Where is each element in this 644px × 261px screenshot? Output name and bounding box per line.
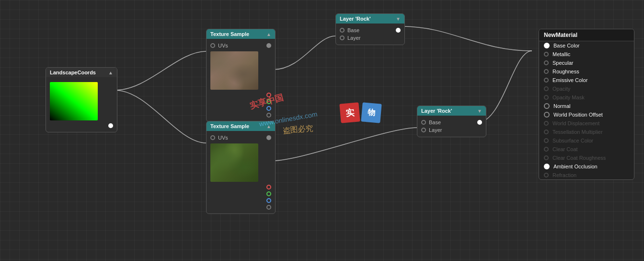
- texture-sample-2-output-pin[interactable]: [266, 135, 271, 140]
- material-wpo-pin[interactable]: [544, 112, 550, 118]
- material-wd-label: World Displacement: [552, 120, 599, 126]
- layer-rock-1-body: Base Layer: [336, 24, 404, 45]
- material-base-color-pin[interactable]: [544, 43, 550, 48]
- material-pin-ambient-occlusion[interactable]: Ambient Occlusion: [539, 162, 634, 171]
- texture-sample-2-title: Texture Sample: [210, 123, 249, 129]
- landscape-coords-header: LandscapeCoords ▲: [46, 68, 117, 77]
- layer-rock-1-layer-pin[interactable]: [340, 36, 345, 40]
- material-tess-label: Tessellation Multiplier: [552, 129, 603, 135]
- layer-rock-2-expand-icon[interactable]: ▼: [477, 108, 482, 114]
- layer-rock-1-expand-icon[interactable]: ▼: [396, 16, 401, 22]
- layer-rock-2-output-pin[interactable]: [477, 120, 482, 125]
- material-opacity-mask-label: Opacity Mask: [552, 95, 585, 100]
- material-panel-body: Base Color Metallic Specular Roughness E…: [539, 41, 634, 179]
- material-subsurface-pin: [544, 138, 549, 143]
- landscape-coords-expand-icon[interactable]: ▲: [108, 70, 113, 75]
- texture-sample-1-output-pin[interactable]: [266, 43, 271, 48]
- landscape-coords-output-row: [46, 122, 117, 129]
- layer-rock-1-header: Layer 'Rock' ▼: [336, 14, 404, 24]
- texture-sample-2-r-pin[interactable]: [266, 185, 271, 190]
- material-tess-pin: [544, 130, 549, 134]
- texture-sample-1-b-row: [207, 105, 275, 112]
- texture-sample-2-a-pin[interactable]: [266, 205, 271, 210]
- texture-sample-2-expand-icon[interactable]: ▲: [266, 124, 271, 129]
- material-normal-pin[interactable]: [544, 103, 550, 109]
- landscape-coords-output-pin[interactable]: [108, 123, 113, 128]
- texture-sample-1-node[interactable]: Texture Sample ▲ UVs: [206, 29, 276, 122]
- material-refraction-pin: [544, 173, 549, 178]
- material-specular-pin[interactable]: [544, 60, 549, 65]
- material-pin-world-displacement: World Displacement: [539, 119, 634, 128]
- texture-sample-1-expand-icon[interactable]: ▲: [266, 32, 271, 37]
- texture-sample-1-a-pin[interactable]: [266, 113, 271, 118]
- landscape-coords-body: [46, 77, 117, 132]
- material-emissive-pin[interactable]: [544, 78, 549, 83]
- landscape-coords-node[interactable]: LandscapeCoords ▲: [46, 67, 117, 132]
- material-pin-clear-coat-roughness: Clear Coat Roughness: [539, 154, 634, 162]
- material-opacity-pin: [544, 86, 549, 91]
- material-specular-label: Specular: [552, 60, 573, 66]
- material-roughness-pin[interactable]: [544, 69, 549, 74]
- texture-sample-2-r-row: [207, 184, 275, 190]
- material-pin-opacity: Opacity: [539, 84, 634, 93]
- texture-sample-2-node[interactable]: Texture Sample ▲ UVs: [206, 121, 276, 214]
- material-pin-specular[interactable]: Specular: [539, 59, 634, 67]
- material-metallic-label: Metallic: [552, 51, 570, 57]
- texture-sample-2-body: UVs: [207, 131, 275, 214]
- layer-rock-1-base-label: Base: [347, 27, 359, 33]
- texture-sample-1-g-row: [207, 98, 275, 105]
- layer-rock-2-node[interactable]: Layer 'Rock' ▼ Base Layer: [417, 106, 486, 137]
- landscape-coords-title: LandscapeCoords: [50, 70, 96, 75]
- texture-sample-1-r-row: [207, 92, 275, 98]
- material-opacity-mask-pin: [544, 95, 549, 100]
- material-wd-pin: [544, 121, 549, 126]
- texture-sample-2-b-row: [207, 197, 275, 204]
- material-emissive-label: Emissive Color: [552, 77, 587, 83]
- texture-sample-2-uvs-label: UVs: [218, 135, 228, 141]
- material-base-color-label: Base Color: [553, 43, 579, 48]
- material-pin-metallic[interactable]: Metallic: [539, 50, 634, 59]
- texture-sample-2-header: Texture Sample ▲: [207, 121, 275, 131]
- layer-rock-2-title: Layer 'Rock': [421, 108, 452, 114]
- material-clearcoat-label: Clear Coat: [552, 146, 578, 152]
- material-roughness-label: Roughness: [552, 69, 579, 74]
- material-ao-pin[interactable]: [544, 164, 550, 169]
- layer-rock-2-base-label: Base: [429, 119, 441, 125]
- layer-rock-1-title: Layer 'Rock': [340, 16, 371, 22]
- texture-sample-1-r-pin[interactable]: [266, 93, 271, 97]
- material-pin-refraction: Refraction: [539, 171, 634, 179]
- layer-rock-1-output-pin[interactable]: [396, 28, 401, 33]
- texture-sample-1-title: Texture Sample: [210, 31, 249, 37]
- layer-rock-1-node[interactable]: Layer 'Rock' ▼ Base Layer: [335, 13, 405, 45]
- texture-sample-1-header: Texture Sample ▲: [207, 29, 275, 39]
- layer-rock-1-layer-label: Layer: [347, 35, 361, 41]
- texture-sample-2-g-pin[interactable]: [266, 191, 271, 196]
- layer-rock-1-base-pin[interactable]: [340, 28, 345, 33]
- layer-rock-1-base-row: Base: [336, 26, 404, 34]
- material-pin-world-position-offset[interactable]: World Position Offset: [539, 110, 634, 119]
- texture-sample-1-b-pin[interactable]: [266, 106, 271, 111]
- texture-sample-1-body: UVs: [207, 39, 275, 121]
- layer-rock-2-base-pin[interactable]: [421, 120, 426, 125]
- material-subsurface-label: Subsurface Color: [552, 138, 593, 143]
- texture-sample-2-g-row: [207, 190, 275, 197]
- material-panel[interactable]: NewMaterial Base Color Metallic Specular…: [539, 29, 634, 180]
- texture-sample-1-uvs-pin[interactable]: [210, 43, 215, 48]
- texture-sample-2-b-pin[interactable]: [266, 198, 271, 203]
- layer-rock-2-base-row: Base: [417, 119, 486, 126]
- material-clearcoat-pin: [544, 147, 549, 152]
- texture-sample-1-uvs-label: UVs: [218, 43, 228, 48]
- material-pin-normal[interactable]: Normal: [539, 102, 634, 110]
- texture-sample-2-a-row: [207, 204, 275, 211]
- material-normal-label: Normal: [553, 103, 570, 109]
- material-pin-emissive-color[interactable]: Emissive Color: [539, 76, 634, 84]
- layer-rock-2-layer-row: Layer: [417, 126, 486, 134]
- material-metallic-pin[interactable]: [544, 52, 549, 57]
- texture-sample-2-uvs-pin[interactable]: [210, 135, 215, 140]
- texture-sample-1-uvs-row: UVs: [207, 42, 275, 49]
- texture-sample-1-g-pin[interactable]: [266, 99, 271, 104]
- material-pin-base-color[interactable]: Base Color: [539, 41, 634, 50]
- material-pin-roughness[interactable]: Roughness: [539, 67, 634, 76]
- material-ccr-pin: [544, 155, 549, 160]
- layer-rock-2-layer-pin[interactable]: [421, 128, 426, 132]
